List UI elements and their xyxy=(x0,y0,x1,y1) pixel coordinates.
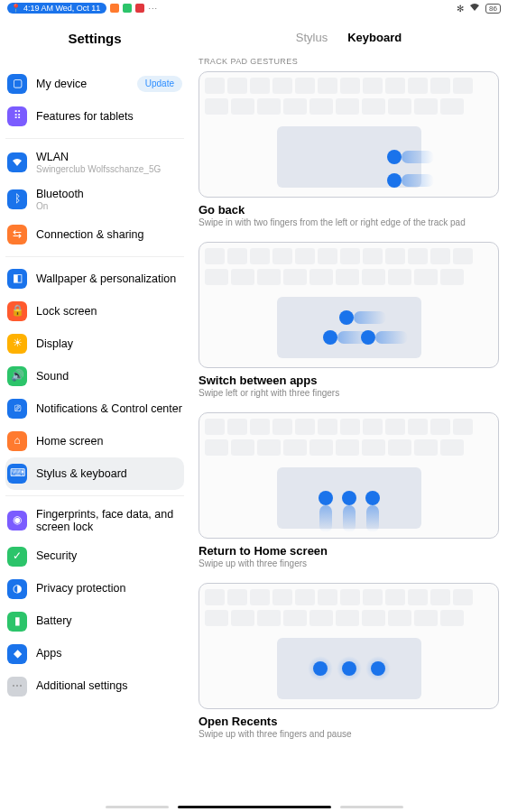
dots-icon: ⋯ xyxy=(7,677,27,697)
sidebar-item-label: Notifications & Control center xyxy=(36,402,182,415)
touch-dot xyxy=(342,661,356,676)
gesture-subtitle: Swipe up with three fingers xyxy=(199,558,499,568)
sidebar-item-my-device[interactable]: ▢ My device Update xyxy=(5,68,184,100)
touch-dot xyxy=(387,150,402,164)
content-panel: Stylus Keyboard TRACK PAD GESTURES Go ba… xyxy=(189,16,508,812)
touch-dot xyxy=(342,491,356,505)
gesture-switch-apps[interactable]: Switch between apps Swipe left or right … xyxy=(199,242,499,398)
sidebar-item-label: Lock screen xyxy=(36,305,182,318)
apps-icon: ◆ xyxy=(7,644,27,664)
sidebar-item-label: Connection & sharing xyxy=(36,228,182,241)
gesture-subtitle: Swipe up with three fingers and pause xyxy=(199,729,499,739)
sidebar-item-apps[interactable]: ◆ Apps xyxy=(5,638,184,670)
location-pill[interactable]: 📍 4:19 AM Wed, Oct 11 xyxy=(7,3,106,14)
gesture-subtitle: Swipe in with two fingers from the left … xyxy=(199,217,499,227)
sidebar-item-label: Stylus & keyboard xyxy=(36,467,182,480)
battery-indicator: 86 xyxy=(485,4,501,14)
touch-dot xyxy=(371,661,385,676)
fingerprint-icon: ◉ xyxy=(7,511,27,531)
update-badge[interactable]: Update xyxy=(137,76,182,92)
gesture-bar[interactable] xyxy=(0,806,508,808)
bluetooth-icon: ᛒ xyxy=(7,189,27,209)
privacy-icon: ◑ xyxy=(7,579,27,599)
sidebar-item-label: Home screen xyxy=(36,435,182,448)
sidebar-item-label: Battery xyxy=(36,614,182,627)
section-label: TRACK PAD GESTURES xyxy=(199,57,499,66)
bluetooth-icon: ✻ xyxy=(457,4,464,14)
sun-icon: ☀ xyxy=(7,334,27,354)
sidebar-item-lock[interactable]: 🔒 Lock screen xyxy=(5,295,184,328)
sidebar-item-label: Wallpaper & personalization xyxy=(36,272,182,285)
speaker-icon: 🔊 xyxy=(7,366,27,386)
home-icon: ⌂ xyxy=(7,431,27,451)
sidebar-item-biometrics[interactable]: ◉ Fingerprints, face data, and screen lo… xyxy=(5,502,184,540)
settings-sidebar: Settings ▢ My device Update ⠿ Features f… xyxy=(0,16,189,812)
sidebar-item-label: Privacy protection xyxy=(36,582,182,595)
sidebar-item-label: Display xyxy=(36,337,182,350)
touch-dot xyxy=(365,491,380,505)
toggles-icon: ⎚ xyxy=(7,399,27,419)
share-icon: ⇆ xyxy=(7,225,27,245)
wifi-icon xyxy=(469,3,480,14)
keyboard-icon: ⌨ xyxy=(7,464,27,484)
status-bar: 📍 4:19 AM Wed, Oct 11 ··· ✻ 86 xyxy=(0,0,508,16)
sidebar-item-label: Features for tablets xyxy=(36,110,182,123)
sidebar-item-label: My device xyxy=(36,78,128,90)
sidebar-item-battery[interactable]: ▮ Battery xyxy=(5,605,184,638)
gesture-recents[interactable]: Open Recents Swipe up with three fingers… xyxy=(199,583,499,739)
sidebar-item-label: Bluetooth On xyxy=(36,188,182,212)
sidebar-item-label: Fingerprints, face data, and screen lock xyxy=(36,508,182,534)
touch-dot xyxy=(387,173,402,188)
sidebar-item-features[interactable]: ⠿ Features for tablets xyxy=(5,100,184,133)
gesture-home[interactable]: Return to Home screen Swipe up with thre… xyxy=(199,412,499,568)
sidebar-item-wallpaper[interactable]: ◧ Wallpaper & personalization xyxy=(5,263,184,295)
sidebar-item-additional[interactable]: ⋯ Additional settings xyxy=(5,670,184,703)
sidebar-item-stylus-keyboard[interactable]: ⌨ Stylus & keyboard xyxy=(5,457,184,490)
sidebar-item-label: Apps xyxy=(36,647,182,660)
features-icon: ⠿ xyxy=(7,106,27,126)
sidebar-item-home-screen[interactable]: ⌂ Home screen xyxy=(5,425,184,457)
touch-dot xyxy=(313,661,328,676)
tray-icon-2 xyxy=(123,4,132,13)
sidebar-item-label: Additional settings xyxy=(36,679,182,692)
tab-stylus[interactable]: Stylus xyxy=(296,31,328,44)
touch-dot xyxy=(323,330,337,345)
lock-icon: 🔒 xyxy=(7,301,27,321)
sidebar-item-privacy[interactable]: ◑ Privacy protection xyxy=(5,573,184,605)
palette-icon: ◧ xyxy=(7,269,27,289)
gesture-go-back[interactable]: Go back Swipe in with two fingers from t… xyxy=(199,71,499,227)
gesture-illustration xyxy=(199,583,499,709)
sidebar-item-notifications[interactable]: ⎚ Notifications & Control center xyxy=(5,392,184,425)
gesture-subtitle: Swipe left or right with three fingers xyxy=(199,388,499,398)
sidebar-item-sound[interactable]: 🔊 Sound xyxy=(5,360,184,392)
sidebar-item-wlan[interactable]: WLAN Swingerclub Wolfsschanze_5G xyxy=(5,144,184,181)
touch-dot xyxy=(339,310,354,325)
wlan-ssid: Swingerclub Wolfsschanze_5G xyxy=(36,164,182,175)
sidebar-item-security[interactable]: ✓ Security xyxy=(5,540,184,573)
status-time: 4:19 AM Wed, Oct 11 xyxy=(23,4,100,13)
status-right: ✻ 86 xyxy=(457,3,501,14)
gesture-illustration xyxy=(199,242,499,368)
gesture-title: Return to Home screen xyxy=(199,544,499,558)
sidebar-item-connection[interactable]: ⇆ Connection & sharing xyxy=(5,218,184,251)
bluetooth-status: On xyxy=(36,201,182,212)
touch-dot xyxy=(319,491,333,505)
page-title: Settings xyxy=(5,31,184,46)
status-left: 📍 4:19 AM Wed, Oct 11 ··· xyxy=(7,3,158,14)
location-icon: 📍 xyxy=(11,4,21,13)
wifi-icon xyxy=(7,152,27,172)
sidebar-item-label: Security xyxy=(36,549,182,562)
sidebar-item-display[interactable]: ☀ Display xyxy=(5,328,184,360)
more-icon: ··· xyxy=(148,4,158,13)
touch-dot xyxy=(361,330,375,345)
sidebar-item-bluetooth[interactable]: ᛒ Bluetooth On xyxy=(5,181,184,218)
tray-icon-3 xyxy=(135,4,144,13)
gesture-title: Open Recents xyxy=(199,715,499,728)
device-icon: ▢ xyxy=(7,74,27,94)
gesture-illustration xyxy=(199,412,499,539)
gesture-title: Switch between apps xyxy=(199,374,499,387)
tab-keyboard[interactable]: Keyboard xyxy=(347,31,402,44)
gesture-title: Go back xyxy=(199,203,499,217)
gesture-illustration xyxy=(199,71,499,198)
sidebar-item-label: WLAN Swingerclub Wolfsschanze_5G xyxy=(36,151,182,175)
